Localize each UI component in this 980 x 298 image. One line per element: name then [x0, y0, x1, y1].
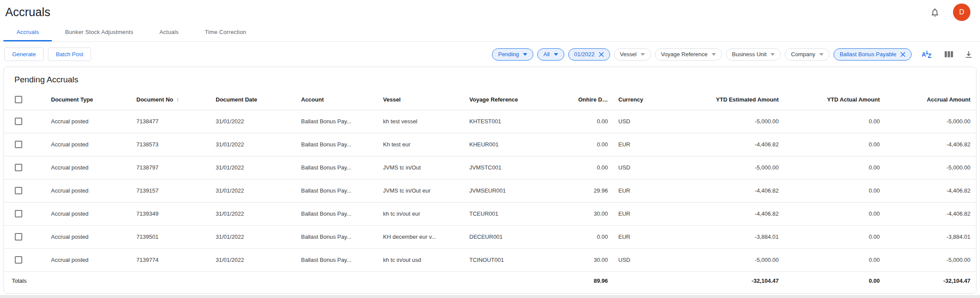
section-title: Pending Accruals: [4, 67, 976, 90]
select-all-checkbox[interactable]: [15, 96, 22, 103]
cell-document-no: 7138797: [136, 156, 216, 179]
cell-onhire-days: 30.00: [578, 202, 618, 225]
row-checkbox[interactable]: [15, 256, 22, 264]
filter-chip-business-unit[interactable]: Business Unit: [726, 48, 781, 61]
cell-account: Ballast Bonus Pay...: [301, 179, 383, 202]
filter-chip-voyage-reference[interactable]: Voyage Reference: [655, 48, 722, 61]
totals-accrual-amount: -32,104.47: [890, 271, 977, 290]
filter-chip-vessel[interactable]: Vessel: [614, 48, 651, 61]
cell-document-no: 7139501: [136, 225, 216, 248]
table-row: Accrual posted713934931/01/2022Ballast B…: [4, 202, 977, 225]
select-all-cell: [4, 90, 51, 110]
cell-voyage-reference: JVMSEUR001: [469, 179, 578, 202]
row-checkbox[interactable]: [15, 164, 22, 171]
cell-ytd-actual-amount: 0.00: [789, 110, 890, 133]
row-checkbox[interactable]: [15, 210, 22, 217]
totals-empty-cell: [618, 271, 675, 290]
cell-ytd-estimated-amount: -5,000.00: [675, 156, 789, 179]
sort-button[interactable]: A Z: [921, 49, 934, 60]
cell-ytd-actual-amount: 0.00: [789, 133, 890, 156]
table-body: Accrual posted713847731/01/2022Ballast B…: [4, 110, 977, 271]
cell-voyage-reference: TCEUR001: [469, 202, 578, 225]
column-header-label: Account: [301, 96, 324, 103]
col-header-ytd-actual-amount[interactable]: YTD Actual Amount: [789, 90, 890, 110]
cell-ytd-actual-amount: 0.00: [789, 248, 890, 271]
row-checkbox[interactable]: [15, 141, 22, 148]
cell-account: Ballast Bonus Pay...: [301, 202, 383, 225]
column-header-label: Currency: [618, 96, 643, 103]
filter-chip-all[interactable]: All: [537, 48, 564, 61]
column-header-label: Document Type: [51, 96, 93, 103]
chevron-down-icon: [641, 53, 645, 56]
totals-onhire-days: 89.96: [578, 271, 618, 290]
column-header-label: YTD Estimated Amount: [716, 96, 779, 103]
cell-document-type: Accrual posted: [51, 156, 136, 179]
cell-onhire-days: 0.00: [578, 156, 618, 179]
column-header-label: Vessel: [383, 96, 401, 103]
cell-accrual-amount: -5,000.00: [890, 248, 977, 271]
col-header-account[interactable]: Account: [301, 90, 383, 110]
col-header-ytd-estimated-amount[interactable]: YTD Estimated Amount: [675, 90, 789, 110]
tab-actuals[interactable]: Actuals: [146, 24, 192, 41]
cell-document-no: 7139157: [136, 179, 216, 202]
table-header-row: Document TypeDocument No↑Document DateAc…: [4, 90, 977, 110]
column-header-label: Onhire Days: [578, 96, 612, 103]
cell-document-type: Accrual posted: [51, 248, 136, 271]
download-button[interactable]: [963, 49, 974, 60]
filter-chip-company[interactable]: Company: [785, 48, 830, 61]
filter-chip-label: 01/2022: [574, 51, 595, 58]
filter-chip-label: Pending: [498, 51, 519, 58]
cell-voyage-reference: DECEUR001: [469, 225, 578, 248]
batch-post-button[interactable]: Batch Post: [48, 47, 91, 61]
tab-accruals[interactable]: Accruals: [3, 24, 52, 41]
filter-chip-label: All: [543, 51, 549, 58]
filter-chip-ballast-bonus-payable[interactable]: Ballast Bonus Payable: [834, 48, 912, 61]
sort-alpha-icon: A Z: [922, 54, 933, 60]
columns-icon: [944, 53, 953, 60]
col-header-document-date[interactable]: Document Date: [216, 90, 301, 110]
filter-chip-label: Vessel: [620, 51, 637, 58]
cell-voyage-reference: KHEUR001: [469, 133, 578, 156]
cell-document-no: 7139349: [136, 202, 216, 225]
cell-document-type: Accrual posted: [51, 179, 136, 202]
row-checkbox[interactable]: [15, 118, 22, 125]
col-header-document-no[interactable]: Document No↑: [136, 90, 216, 110]
cell-currency: EUR: [618, 202, 675, 225]
col-header-vessel[interactable]: Vessel: [383, 90, 469, 110]
col-header-document-type[interactable]: Document Type: [51, 90, 136, 110]
chevron-down-icon: [770, 53, 775, 56]
notifications-button[interactable]: [928, 6, 942, 19]
clear-icon[interactable]: [900, 52, 905, 57]
table-row: Accrual posted713847731/01/2022Ballast B…: [4, 110, 977, 133]
cell-vessel: kh tc in/out eur: [383, 202, 469, 225]
columns-button[interactable]: [943, 49, 954, 59]
filter-chip-pending[interactable]: Pending: [492, 48, 533, 61]
column-header-label: Accrual Amount: [927, 96, 970, 103]
col-header-voyage-reference[interactable]: Voyage Reference: [469, 90, 578, 110]
cell-currency: EUR: [618, 179, 675, 202]
avatar[interactable]: D: [953, 3, 970, 21]
cell-onhire-days: 30.00: [578, 248, 618, 271]
row-checkbox[interactable]: [15, 233, 22, 240]
col-header-currency[interactable]: Currency: [618, 90, 675, 110]
filter-chip-01-2022[interactable]: 01/2022: [568, 48, 610, 61]
cell-onhire-days: 0.00: [578, 133, 618, 156]
tab-bunker-stock-adjustments[interactable]: Bunker Stock Adjustments: [52, 24, 146, 41]
clear-icon[interactable]: [599, 52, 604, 57]
totals-empty-cell: [51, 271, 136, 290]
cell-currency: USD: [618, 156, 675, 179]
col-header-accrual-amount[interactable]: Accrual Amount: [890, 90, 977, 110]
cell-voyage-reference: KHTEST001: [469, 110, 578, 133]
row-select-cell: [4, 202, 51, 225]
col-header-onhire-days[interactable]: Onhire Days: [578, 90, 618, 110]
accruals-table: Document TypeDocument No↑Document DateAc…: [4, 90, 977, 290]
table-row: Accrual posted713977431/01/2022Ballast B…: [4, 248, 977, 271]
cell-voyage-reference: TCINOUT001: [469, 248, 578, 271]
row-select-cell: [4, 156, 51, 179]
cell-onhire-days: 0.00: [578, 225, 618, 248]
row-checkbox[interactable]: [15, 187, 22, 194]
tab-time-correction[interactable]: Time Correction: [192, 24, 259, 41]
cell-accrual-amount: -5,000.00: [890, 156, 977, 179]
generate-button[interactable]: Generate: [4, 47, 44, 61]
chevron-down-icon: [554, 53, 558, 56]
